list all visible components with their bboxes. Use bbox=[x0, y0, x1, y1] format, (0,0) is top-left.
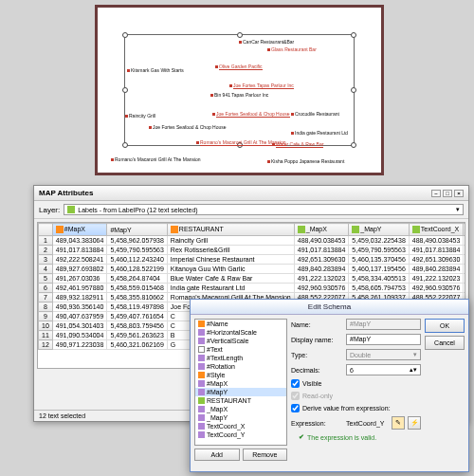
field-list-item[interactable]: _MapX bbox=[195, 405, 286, 413]
table-row[interactable]: 4489,927.6938025,460,128.522199Kitanoya … bbox=[39, 265, 466, 274]
map-label[interactable]: Joe Fortes Tapas Parlour Inc bbox=[229, 82, 294, 89]
spinner-icon[interactable]: ▴▾ bbox=[410, 366, 417, 374]
map-preview: CanCar Restaurant&BarGlass Restaurant Ba… bbox=[95, 5, 384, 175]
decimals-label: Decimals: bbox=[291, 367, 343, 374]
map-label[interactable]: Kitsmark Gas With Starts bbox=[127, 67, 184, 73]
map-selection-box[interactable]: CanCar Restaurant&BarGlass Restaurant Ba… bbox=[124, 34, 355, 146]
panel-titlebar[interactable]: MAP Attributes – □ × bbox=[34, 186, 468, 201]
expression-validate-button[interactable]: ⚡ bbox=[408, 416, 421, 430]
field-list-item[interactable]: #VerticalScale bbox=[195, 337, 286, 345]
resize-handle[interactable] bbox=[237, 32, 243, 38]
decimals-input[interactable]: 6▴▾ bbox=[346, 364, 421, 375]
field-list-item[interactable]: #Rotation bbox=[195, 362, 286, 371]
column-header[interactable]: #MapX bbox=[52, 224, 107, 236]
field-list-item[interactable]: TextCoord_X bbox=[195, 422, 286, 430]
panel-title: MAP Attributes bbox=[39, 189, 93, 197]
field-list[interactable]: #Name#HorizontalScale#VerticalScale#Text… bbox=[194, 319, 287, 446]
field-list-panel: #Name#HorizontalScale#VerticalScale#Text… bbox=[194, 319, 287, 461]
layer-icon bbox=[67, 206, 75, 213]
column-header[interactable]: #MapY bbox=[107, 224, 167, 236]
field-list-item[interactable]: #HorizontalScale bbox=[195, 328, 286, 337]
derive-checkbox[interactable]: Derive value from expression: bbox=[291, 404, 421, 412]
map-label[interactable]: Crocodile Restaurant bbox=[291, 111, 339, 117]
display-name-label: Display name: bbox=[291, 337, 343, 343]
add-field-button[interactable]: Add bbox=[194, 449, 240, 461]
close-button[interactable]: × bbox=[454, 190, 464, 197]
column-header[interactable]: TextC bbox=[464, 224, 465, 236]
column-header[interactable]: TextCoord_X bbox=[409, 224, 464, 236]
resize-handle[interactable] bbox=[122, 32, 128, 38]
visible-checkbox[interactable]: Visible bbox=[291, 379, 421, 388]
map-label[interactable]: Water Cafe & Raw Bar bbox=[272, 141, 323, 148]
map-label[interactable]: CanCar Restaurant&Bar bbox=[239, 39, 294, 45]
minimize-button[interactable]: – bbox=[431, 190, 441, 197]
name-input: #MapY bbox=[346, 319, 421, 330]
column-header[interactable]: RESTAURANT bbox=[167, 224, 294, 236]
layer-value: Labels - from LabelPro (12 text selected… bbox=[78, 207, 197, 213]
table-row[interactable]: 5491,267.030365,458,264.87404Blue Water … bbox=[39, 274, 466, 284]
table-row[interactable]: 2491,017.8138845,459,790.595563Rex Rotis… bbox=[39, 246, 466, 255]
table-row[interactable]: 3492,222.5082415,460,112.243240Imperial … bbox=[39, 255, 466, 265]
field-list-item[interactable]: TextCoord_Y bbox=[195, 430, 286, 439]
field-properties: Name:#MapY Display name:#MapY Type:Doubl… bbox=[291, 319, 421, 461]
field-list-item[interactable]: #Text bbox=[195, 345, 286, 354]
resize-handle[interactable] bbox=[351, 142, 356, 148]
display-name-input[interactable]: #MapY bbox=[346, 334, 421, 345]
field-list-item[interactable]: #TextLength bbox=[195, 354, 286, 362]
column-header[interactable]: _MapY bbox=[349, 224, 409, 236]
name-label: Name: bbox=[291, 321, 343, 328]
resize-handle[interactable] bbox=[351, 87, 356, 93]
layer-dropdown[interactable]: Labels - from LabelPro (12 text selected… bbox=[64, 204, 464, 215]
readonly-checkbox: Read-only bbox=[291, 392, 421, 400]
type-label: Type: bbox=[291, 352, 343, 358]
cancel-button[interactable]: Cancel bbox=[425, 336, 465, 350]
field-list-item[interactable]: RESTAURANT bbox=[195, 396, 286, 405]
remove-field-button[interactable]: Remove bbox=[243, 449, 288, 461]
map-label[interactable]: Kisha Poppo Japanese Restaurant bbox=[267, 158, 344, 164]
resize-handle[interactable] bbox=[351, 32, 356, 38]
map-label[interactable]: India gate Restaurant Ltd bbox=[291, 130, 348, 136]
map-label[interactable]: Glass Restaurant Bar bbox=[267, 46, 317, 52]
resize-handle[interactable] bbox=[122, 87, 128, 93]
maximize-button[interactable]: □ bbox=[443, 190, 452, 197]
layer-label: Layer: bbox=[39, 206, 60, 214]
chevron-down-icon: ▾ bbox=[413, 351, 417, 358]
field-list-item[interactable]: #Name bbox=[195, 320, 286, 328]
validation-message: ✔The expression is valid. bbox=[299, 433, 421, 441]
map-label[interactable]: Olive Garden Pacific bbox=[215, 64, 263, 70]
map-label[interactable]: Joe Fortes Seafood & Chop House bbox=[212, 111, 290, 118]
expression-edit-button[interactable]: ✎ bbox=[392, 416, 405, 430]
map-label[interactable]: Romano's Macaroni Grill At The Mansion bbox=[111, 156, 201, 162]
resize-handle[interactable] bbox=[122, 142, 128, 148]
field-list-item[interactable]: #Style bbox=[195, 371, 286, 379]
check-icon: ✔ bbox=[299, 433, 304, 441]
ok-button[interactable]: OK bbox=[425, 319, 465, 333]
column-header[interactable]: _MapX bbox=[294, 224, 349, 236]
field-list-item[interactable]: #MapX bbox=[195, 379, 286, 388]
expression-input[interactable]: TextCoord_Y bbox=[346, 420, 389, 427]
map-label[interactable]: Joe Fortes Seafood & Chop House bbox=[149, 124, 227, 130]
type-value: Double bbox=[350, 352, 371, 358]
table-row[interactable]: 6492,461.9578805,458,559.015468India gat… bbox=[39, 284, 466, 293]
expression-label: Expression: bbox=[291, 420, 343, 427]
dialog-title[interactable]: Edit Schema bbox=[191, 300, 468, 315]
chevron-down-icon: ▾ bbox=[456, 206, 460, 213]
map-label[interactable]: Raincity Grill bbox=[125, 113, 155, 119]
edit-schema-dialog: Edit Schema #Name#HorizontalScale#Vertic… bbox=[190, 299, 469, 472]
table-row[interactable]: 1489,043.3830645,458,962.057938Raincity … bbox=[39, 236, 466, 246]
field-list-item[interactable]: #MapY bbox=[195, 388, 286, 396]
map-label[interactable]: Bin 941 Tapas Parlour Inc bbox=[210, 92, 268, 98]
field-list-item[interactable]: _MapY bbox=[195, 413, 286, 422]
